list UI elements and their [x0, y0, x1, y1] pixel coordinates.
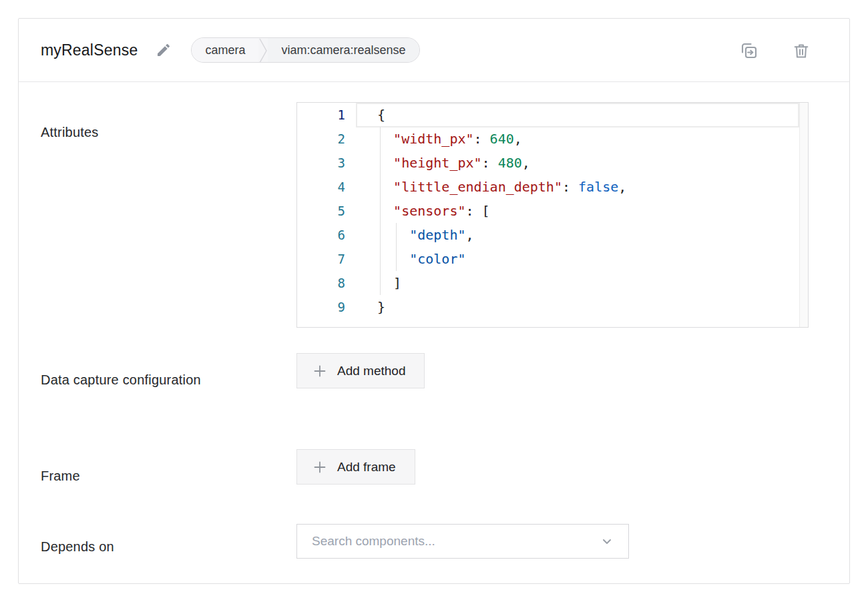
code-line[interactable]: 4 "little_endian_depth": false,: [297, 175, 808, 199]
line-number: 6: [297, 223, 345, 247]
component-name: myRealSense: [41, 41, 138, 59]
attributes-code-editor[interactable]: 1{2 "width_px": 640,3 "height_px": 480,4…: [296, 102, 809, 328]
code-text: ]: [345, 271, 401, 295]
code-text: {: [345, 103, 385, 127]
code-text: "height_px": 480,: [345, 151, 530, 175]
code-text: "width_px": 640,: [345, 127, 522, 151]
plus-icon: [313, 364, 327, 378]
data-capture-label: Data capture configuration: [41, 366, 208, 393]
line-number: 3: [297, 151, 345, 175]
add-frame-label: Add frame: [337, 460, 396, 475]
code-line[interactable]: 3 "height_px": 480,: [297, 151, 808, 175]
code-line[interactable]: 9}: [297, 295, 808, 319]
line-number: 9: [297, 295, 345, 319]
code-text: "sensors": [: [345, 199, 490, 223]
editor-scrollbar[interactable]: [799, 103, 808, 327]
pencil-icon: [156, 42, 172, 58]
add-method-label: Add method: [337, 364, 405, 378]
code-line[interactable]: 7 "color": [297, 247, 808, 271]
code-line[interactable]: 1{: [297, 103, 808, 127]
line-number: 2: [297, 127, 345, 151]
duplicate-button[interactable]: [739, 41, 759, 61]
code-lines: 1{2 "width_px": 640,3 "height_px": 480,4…: [297, 103, 808, 319]
frame-label: Frame: [41, 463, 80, 489]
code-text: "little_endian_depth": false,: [345, 175, 626, 199]
line-number: 7: [297, 247, 345, 271]
code-text: }: [345, 295, 385, 319]
code-line[interactable]: 8 ]: [297, 271, 808, 295]
chip-model: viam:camera:realsense: [268, 38, 419, 62]
depends-on-select[interactable]: Search components...: [296, 524, 629, 559]
add-frame-button[interactable]: Add frame: [296, 449, 415, 485]
duplicate-icon: [739, 41, 759, 61]
edit-name-button[interactable]: [155, 41, 172, 59]
header-actions: [739, 19, 811, 82]
line-number: 8: [297, 271, 345, 295]
code-line[interactable]: 6 "depth",: [297, 223, 808, 247]
code-line[interactable]: 2 "width_px": 640,: [297, 127, 808, 151]
plus-icon: [313, 461, 327, 474]
component-card: myRealSense camera viam:camera:realsense: [18, 18, 850, 584]
chevron-down-icon: [600, 535, 614, 548]
code-line[interactable]: 5 "sensors": [: [297, 199, 808, 223]
line-number: 1: [297, 103, 345, 127]
line-number: 5: [297, 199, 345, 223]
chip-category: camera: [192, 38, 258, 62]
code-text: "color": [345, 247, 465, 271]
chip-chevron-divider: [258, 38, 268, 62]
component-type-chip: camera viam:camera:realsense: [191, 37, 419, 63]
trash-icon: [792, 41, 811, 60]
attributes-label: Attributes: [41, 119, 98, 145]
line-number: 4: [297, 175, 345, 199]
add-method-button[interactable]: Add method: [296, 353, 425, 388]
code-text: "depth",: [345, 223, 474, 247]
depends-on-placeholder: Search components...: [312, 534, 435, 549]
component-header: myRealSense camera viam:camera:realsense: [19, 19, 849, 82]
depends-on-label: Depends on: [41, 533, 114, 560]
delete-button[interactable]: [791, 41, 811, 61]
